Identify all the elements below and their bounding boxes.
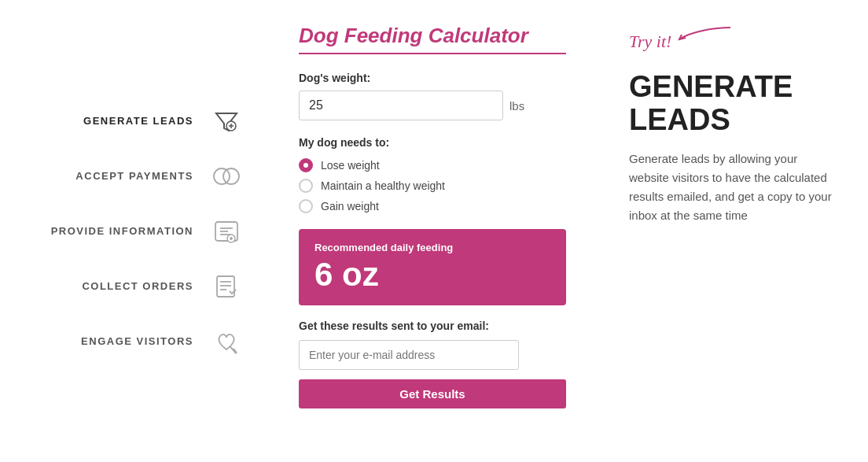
email-section-label: Get these results sent to your email:	[299, 320, 566, 332]
sidebar-item-engage-visitors[interactable]: ENGAGE VISITORS	[16, 318, 244, 365]
sidebar: GENERATE LEADS ACCEPT PAYMENTS PROVIDE I…	[0, 0, 267, 462]
try-it-arrow	[675, 24, 738, 47]
info-icon	[209, 214, 244, 249]
orders-icon	[209, 269, 244, 304]
payments-icon	[209, 159, 244, 194]
needs-label: My dog needs to:	[299, 136, 566, 149]
sidebar-item-generate-leads[interactable]: GENERATE LEADS	[16, 98, 244, 145]
email-input[interactable]	[299, 340, 519, 370]
right-description: Generate leads by allowing your website …	[629, 150, 837, 225]
svg-point-2	[223, 168, 239, 184]
weight-goal-radio-group: Lose weight Maintain a healthy weight Ga…	[299, 158, 566, 213]
funnel-icon	[209, 104, 244, 139]
result-box: Recommended daily feeding 6 oz	[299, 229, 566, 305]
weight-row: lbs	[299, 91, 566, 120]
engage-icon	[209, 324, 244, 359]
result-value: 6 oz	[314, 257, 550, 293]
right-heading: GENERATE LEADS	[629, 71, 837, 137]
title-divider	[299, 53, 566, 54]
radio-gain-weight[interactable]	[299, 199, 313, 213]
radio-lose-weight[interactable]	[299, 158, 313, 172]
sidebar-item-collect-orders[interactable]: COLLECT ORDERS	[16, 263, 244, 310]
get-results-button[interactable]: Get Results	[299, 379, 566, 408]
option-maintain-weight[interactable]: Maintain a healthy weight	[299, 179, 566, 193]
calculator-title: Dog Feeding Calculator	[299, 24, 566, 48]
try-it-label: Try it!	[629, 31, 671, 52]
weight-unit: lbs	[509, 99, 524, 113]
calculator-panel: Dog Feeding Calculator Dog's weight: lbs…	[267, 0, 598, 462]
svg-point-1	[214, 168, 230, 184]
sidebar-item-accept-payments[interactable]: ACCEPT PAYMENTS	[16, 153, 244, 200]
option-gain-weight[interactable]: Gain weight	[299, 199, 566, 213]
option-lose-weight[interactable]: Lose weight	[299, 158, 566, 172]
radio-maintain-weight[interactable]	[299, 179, 313, 193]
sidebar-item-provide-information[interactable]: PROVIDE INFORMATION	[16, 208, 244, 255]
weight-input[interactable]	[299, 91, 503, 120]
weight-field-label: Dog's weight:	[299, 72, 566, 84]
result-label: Recommended daily feeding	[314, 242, 550, 253]
right-panel: Try it! GENERATE LEADS Generate leads by…	[598, 0, 868, 462]
